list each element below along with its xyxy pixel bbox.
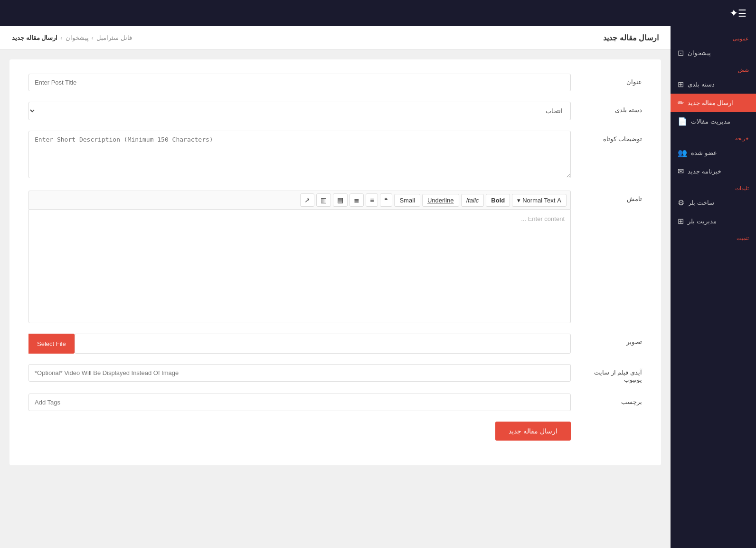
tags-label: برچسب [580,394,642,405]
sidebar-item-newsletter[interactable]: خبرنامه جدید ✉ [671,162,756,181]
breadcrumb-bar: ارسال مقاله جدید فانل سئرامبل › پیشخوان … [0,26,671,50]
category-row: دسته بلدی انتخاب [28,102,642,120]
sidebar-section-sh: شش [671,62,756,75]
image-label: تصویر [580,334,642,346]
sidebar-item-category[interactable]: دسته بلدی ⊞ [671,75,756,94]
align2-btn[interactable]: ▥ [316,193,331,207]
category-field: انتخاب [28,102,571,120]
editor-toolbar: A Normal Text ▾ Bold Italic Underline Sm… [28,191,571,209]
sidebar-item-label: خبرنامه جدید [688,168,721,175]
tags-row: برچسب [28,394,642,411]
title-label: عنوان [580,74,642,86]
breadcrumb: فانل سئرامبل › پیشخوان › ارسال مقاله جدی… [12,34,132,41]
sidebar-section-kh: خریحه [671,131,756,144]
sidebar-item-inbox[interactable]: پیشخوان ⊡ [671,44,756,62]
build-icon: ⚙ [678,198,684,207]
sidebar-item-build[interactable]: ساخت بلر ⚙ [671,193,756,212]
breadcrumb-item-3: فانل سئرامبل [96,34,132,41]
sidebar-item-new-post[interactable]: ارسال مقاله جدید ✏ [671,94,756,112]
sidebar-item-member[interactable]: عضو شده 👥 [671,144,756,162]
dropdown-icon: ▾ [517,197,520,204]
file-path-input[interactable] [75,334,571,354]
title-field [28,74,571,91]
small-btn[interactable]: Small [394,194,420,207]
sidebar-item-label: مدیریت بلر [688,218,717,225]
content-row: تامش A Normal Text ▾ Bold Italic Underli… [28,191,642,323]
title-row: عنوان [28,74,642,91]
sidebar-item-label: پیشخوان [688,49,711,57]
image-field: Select File [28,334,571,354]
video-label: آیدی فیلم از سایت یوتیوب [580,364,642,383]
image-row: تصویر Select File [28,334,642,354]
category-select[interactable]: انتخاب [28,102,571,120]
tags-field [28,394,571,411]
logo: ✦ [729,7,738,19]
grid-icon: ⊞ [678,217,684,226]
breadcrumb-item-2: پیشخوان [66,34,89,41]
breadcrumb-sep-2: › [60,34,62,41]
description-label: توضیحات کوتاه [580,131,642,143]
sidebar-item-label: ارسال مقاله جدید [688,99,733,106]
video-input[interactable] [28,364,571,382]
edit-icon: ✏ [678,98,684,107]
sidebar: عمومی پیشخوان ⊡ شش دسته بلدی ⊞ ارسال مقا… [671,26,756,548]
title-input[interactable] [28,74,571,91]
align1-btn[interactable]: ▤ [333,193,348,207]
bold-btn[interactable]: Bold [486,194,510,207]
submit-btn[interactable]: ارسال مقاله جدید [495,422,571,441]
sidebar-item-label: عضو شده [691,149,717,156]
video-row: آیدی فیلم از سایت یوتیوب [28,364,642,383]
submit-field: ارسال مقاله جدید [28,422,571,441]
sidebar-section-tn: تنمیت [671,231,756,243]
video-field [28,364,571,382]
sidebar-item-label: ساخت بلر [688,199,714,206]
sidebar-section-tl: تلیدات [671,181,756,193]
topbar: ☰ ✦ [0,0,756,26]
breadcrumb-current: ارسال مقاله جدید [12,34,57,41]
menu-toggle[interactable]: ☰ [738,8,747,19]
content-label: تامش [580,191,642,202]
tags-input[interactable] [28,394,571,411]
quote-btn[interactable]: ❝ [380,193,392,207]
category-icon: ⊞ [678,80,684,89]
select-file-btn[interactable]: Select File [28,334,75,354]
inbox-icon: ⊡ [678,48,684,58]
underline-btn[interactable]: Underline [422,194,459,207]
page-title: ارسال مقاله جدید [603,33,659,42]
sidebar-item-manage-posts[interactable]: مدیریت مقالات 📄 [671,112,756,131]
file-row: Select File [28,334,571,354]
submit-spacer [580,422,642,426]
italic-btn[interactable]: Italic [461,194,484,207]
submit-row: ارسال مقاله جدید [28,422,642,441]
content-field: A Normal Text ▾ Bold Italic Underline Sm… [28,191,571,323]
content-editor[interactable]: Enter content ... [28,209,571,323]
normal-text-label: Normal Text [522,197,555,204]
normal-text-btn[interactable]: A Normal Text ▾ [512,194,567,207]
sidebar-item-label: مدیریت مقالات [691,118,730,125]
users-icon: 👥 [678,148,687,157]
description-textarea[interactable] [28,131,571,178]
share-btn[interactable]: ↗ [300,193,314,207]
font-icon: A [557,197,561,204]
sidebar-item-manage[interactable]: مدیریت بلر ⊞ [671,212,756,231]
description-field [28,131,571,180]
breadcrumb-sep-1: › [92,34,94,41]
document-icon: 📄 [678,117,687,126]
description-row: توضیحات کوتاه [28,131,642,180]
form-container: عنوان دسته بلدی انتخاب توضیحات کوتاه [9,59,661,465]
sidebar-section-general: عمومی [671,31,756,44]
sidebar-item-label: دسته بلدی [688,81,715,88]
mail-icon: ✉ [678,167,684,176]
list2-btn[interactable]: ≣ [350,193,364,207]
main-content: ارسال مقاله جدید فانل سئرامبل › پیشخوان … [0,26,671,548]
list1-btn[interactable]: ≡ [366,193,378,207]
category-label: دسته بلدی [580,102,642,114]
